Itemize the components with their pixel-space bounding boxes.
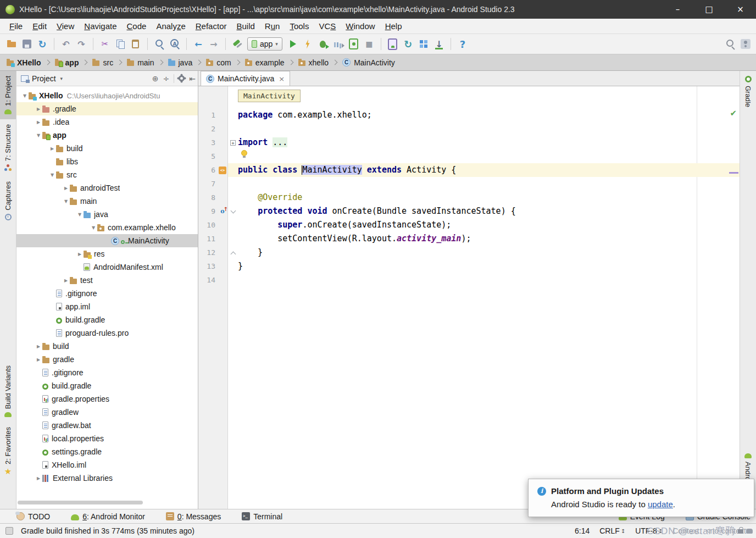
menu-vcs[interactable]: VCS: [314, 20, 341, 32]
fold-plus-icon[interactable]: +: [228, 136, 238, 149]
back-icon[interactable]: ←: [191, 37, 205, 51]
cut-icon[interactable]: ✂: [98, 37, 112, 51]
tree-collapsed-arrow[interactable]: ▶: [62, 278, 70, 283]
tree-row-local-properties[interactable]: local.properties: [16, 432, 198, 445]
tree-row-libs[interactable]: libs: [16, 155, 198, 168]
sync-icon[interactable]: ↻: [35, 37, 49, 51]
tree-row-main[interactable]: ▼main: [16, 195, 198, 208]
menu-edit[interactable]: Edit: [27, 20, 52, 32]
avatar-icon[interactable]: [738, 37, 753, 51]
tree-collapsed-arrow[interactable]: ▶: [35, 357, 42, 362]
fold-down-icon[interactable]: [228, 204, 238, 218]
hide-panel-icon[interactable]: ⇤: [189, 74, 196, 83]
run-configuration-select[interactable]: app▾: [247, 37, 282, 51]
editor-tab-mainactivity[interactable]: C MainActivity.java ×: [201, 71, 290, 86]
code-line-7[interactable]: 7: [198, 177, 740, 191]
tree-row-src[interactable]: ▼src: [16, 168, 198, 181]
tree-row-com-example-xhello[interactable]: ▼com.example.xhello: [16, 221, 198, 234]
menu-file[interactable]: File: [4, 20, 27, 32]
tool-tab-gradle[interactable]: Gradle: [740, 71, 756, 112]
paste-icon[interactable]: [129, 37, 143, 51]
breadcrumb-com[interactable]: com: [205, 57, 232, 68]
toolwindow-todo[interactable]: TODO: [16, 512, 50, 521]
open-icon[interactable]: [4, 37, 19, 51]
replace-icon[interactable]: A: [168, 37, 182, 51]
breadcrumb-example[interactable]: example: [244, 57, 286, 68]
device-monitor-icon[interactable]: [386, 37, 400, 51]
collapse-all-icon[interactable]: ÷: [163, 74, 170, 83]
update-link[interactable]: update: [648, 500, 673, 509]
undo-icon[interactable]: ↶: [59, 37, 73, 51]
code-line-5[interactable]: 5: [198, 149, 740, 163]
tree-row-mainactivity[interactable]: CMainActivity: [16, 234, 198, 247]
help-icon[interactable]: ?: [455, 37, 470, 51]
tree-row-androidtest[interactable]: ▶androidTest: [16, 181, 198, 195]
tree-row-xhello-iml[interactable]: XHello.iml: [16, 458, 198, 472]
chevron-down-icon[interactable]: ▾: [60, 76, 63, 81]
tree-collapsed-arrow[interactable]: ▶: [35, 107, 42, 112]
project-structure-icon[interactable]: [416, 37, 431, 51]
breadcrumb-java[interactable]: java: [167, 57, 194, 68]
breadcrumb-xhello[interactable]: xhello: [297, 57, 330, 68]
code-line-11[interactable]: 11 setContentView(R.layout.activity_main…: [198, 232, 740, 246]
attach-icon[interactable]: [347, 37, 361, 51]
breadcrumb-main[interactable]: main: [126, 57, 155, 68]
code-line-6[interactable]: 6<>public class MainActivity extends Act…: [198, 163, 740, 177]
search-icon[interactable]: [723, 37, 737, 51]
tree-row-res[interactable]: ▶res: [16, 247, 198, 260]
menu-run[interactable]: Run: [260, 20, 285, 32]
tree-expanded-arrow[interactable]: ▼: [35, 133, 42, 138]
fold-up-icon[interactable]: [228, 246, 238, 259]
caret-position[interactable]: 6:14: [575, 526, 590, 535]
breadcrumb-mainactivity[interactable]: CMainActivity: [341, 57, 396, 68]
instant-run-icon[interactable]: [301, 37, 315, 51]
maximize-button[interactable]: □: [693, 0, 725, 19]
structure-chip[interactable]: MainActivity: [238, 90, 301, 102]
tree-collapsed-arrow[interactable]: ▶: [48, 146, 56, 151]
debug-icon[interactable]: [316, 37, 330, 51]
tree-collapsed-arrow[interactable]: ▶: [62, 186, 70, 191]
project-view-selector[interactable]: Project: [32, 74, 56, 83]
code-line-12[interactable]: 12 }: [198, 246, 740, 259]
tree-expanded-arrow[interactable]: ▼: [21, 93, 29, 98]
tool-tab-build-variants[interactable]: Build Variants: [0, 360, 16, 422]
tree-row-build-gradle[interactable]: build.gradle: [16, 313, 198, 326]
menu-build[interactable]: Build: [231, 20, 259, 32]
tree-row-app[interactable]: ▼app: [16, 129, 198, 142]
menu-tools[interactable]: Tools: [285, 20, 314, 32]
tree-row-gradlew-bat[interactable]: gradlew.bat: [16, 419, 198, 432]
scroll-to-source-icon[interactable]: ⊕: [152, 74, 159, 83]
intention-bulb-icon[interactable]: [241, 150, 247, 156]
sdk-manager-icon[interactable]: ↓: [432, 37, 446, 51]
tool-tab-1-project[interactable]: 1: Project: [0, 71, 16, 119]
code-line-9[interactable]: 9o protected void onCreate(Bundle savedI…: [198, 204, 740, 218]
menu-help[interactable]: Help: [380, 20, 407, 32]
tree-row-xhello[interactable]: ▼XHello C:\Users\liuhaojie\AndroidStu: [16, 89, 198, 102]
tree-row-gradle-properties[interactable]: gradle.properties: [16, 392, 198, 406]
copy-icon[interactable]: [113, 37, 127, 51]
code-line-8[interactable]: 8 @Override: [198, 191, 740, 204]
close-icon[interactable]: ×: [279, 75, 285, 83]
tree-expanded-arrow[interactable]: ▼: [90, 225, 97, 230]
override-marker-icon[interactable]: o: [219, 208, 226, 215]
fold-marker[interactable]: [230, 250, 236, 256]
tree-row-androidmanifest-xml[interactable]: AndroidManifest.xml: [16, 260, 198, 274]
tree-expanded-arrow[interactable]: ▼: [48, 173, 56, 178]
breadcrumb-app[interactable]: app: [54, 57, 80, 68]
code-line-3[interactable]: 3+import ...: [198, 136, 740, 149]
toolwindow-terminal[interactable]: Terminal: [242, 512, 282, 521]
class-gutter-icon[interactable]: <>: [217, 163, 228, 177]
code-line-2[interactable]: 2: [198, 122, 740, 136]
toolwindow-6-android-monitor[interactable]: 6: Android Monitor: [71, 512, 145, 521]
inspection-ok-icon[interactable]: ✔: [730, 108, 737, 118]
run-icon[interactable]: [285, 37, 299, 51]
make-icon[interactable]: [230, 37, 244, 51]
redo-icon[interactable]: ↷: [74, 37, 88, 51]
toolwindow-toggle-icon[interactable]: [5, 527, 13, 535]
toolwindow-0-messages[interactable]: 0: Messages: [166, 512, 221, 521]
tree-collapsed-arrow[interactable]: ▶: [35, 344, 42, 349]
tree-row--gitignore[interactable]: .gitignore: [16, 287, 198, 300]
forward-icon[interactable]: →: [207, 37, 221, 51]
menu-analyze[interactable]: Analyze: [151, 20, 190, 32]
tree-expanded-arrow[interactable]: ▼: [62, 199, 70, 204]
